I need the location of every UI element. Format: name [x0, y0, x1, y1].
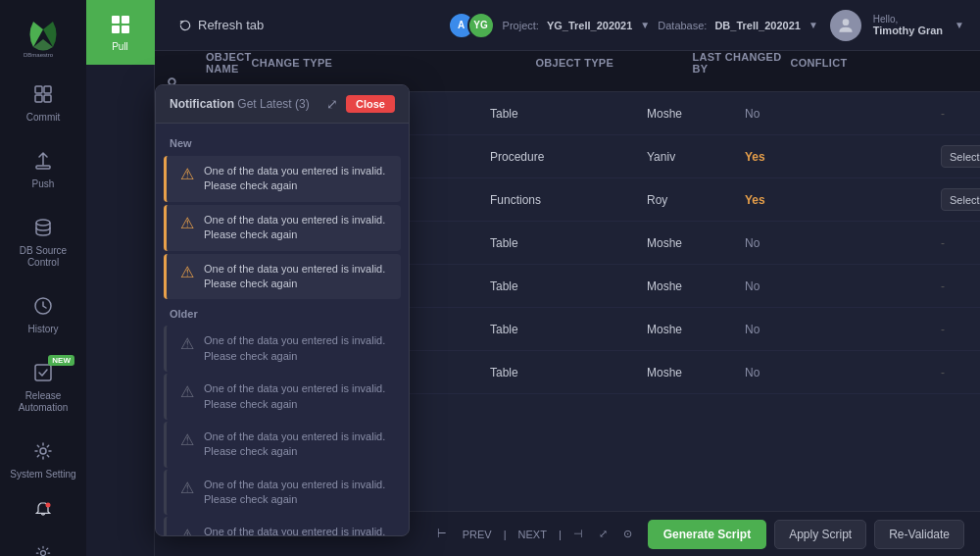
- settings-button[interactable]: [25, 535, 61, 556]
- expand-modal-icon[interactable]: ⤢: [326, 96, 338, 112]
- system-icon: [29, 437, 57, 465]
- row-last-changed: Moshe: [647, 323, 745, 336]
- push-icon: [29, 147, 57, 175]
- warning-icon-old-2: ⚠: [180, 382, 194, 401]
- svg-rect-15: [112, 25, 120, 33]
- svg-rect-3: [44, 86, 51, 93]
- generate-script-button[interactable]: Generate Script: [648, 520, 766, 549]
- row-object-type: Functions: [490, 193, 647, 207]
- row-last-changed: Roy: [647, 193, 745, 207]
- warning-icon-1: ⚠: [180, 165, 194, 183]
- notification-text-old-1: One of the data you entered is invalid. …: [204, 333, 387, 364]
- sidebar-item-system-setting[interactable]: System Setting: [4, 428, 82, 490]
- row-resolution: -: [941, 279, 970, 293]
- modal-close-button[interactable]: Close: [346, 95, 395, 113]
- commit-icon: [29, 80, 57, 108]
- row-object-type: Table: [490, 366, 647, 379]
- row-last-changed: Moshe: [647, 236, 745, 250]
- row-resolution[interactable]: Select ▾: [941, 188, 970, 211]
- notification-button[interactable]: [25, 492, 61, 528]
- header: Refresh tab A YG Project: YG_Trell_20202…: [155, 0, 980, 51]
- apply-script-button[interactable]: Apply Script: [774, 520, 866, 549]
- project-label: Project:: [503, 20, 539, 31]
- row-object-type: Table: [490, 107, 647, 121]
- notification-item-old-4: ⚠ One of the data you entered is invalid…: [164, 470, 401, 516]
- settings-circle-button[interactable]: ⊙: [619, 526, 636, 542]
- svg-rect-4: [35, 95, 42, 102]
- sidebar-release-label: Release Automation: [9, 390, 77, 414]
- th-change-type: Change type: [251, 57, 398, 69]
- user-name: Timothy Gran: [873, 25, 943, 36]
- warning-icon-old-5: ⚠: [180, 526, 194, 535]
- user-avatar: [830, 10, 861, 41]
- row-object-type: Procedure: [490, 150, 647, 164]
- notification-text-old-2: One of the data you entered is invalid. …: [204, 381, 387, 412]
- app-logo: DBmaestro DevOps for Database: [14, 10, 73, 59]
- nav-panel-pull[interactable]: Pull: [86, 0, 155, 65]
- revalidate-button[interactable]: Re-Validate: [874, 520, 964, 549]
- svg-rect-5: [44, 95, 51, 102]
- notification-text-1: One of the data you entered is invalid. …: [204, 164, 387, 194]
- select-label: Select: [950, 151, 980, 163]
- th-conflict: Conflict: [790, 57, 980, 69]
- row-conflict: No: [745, 107, 941, 121]
- modal-subtitle: Get Latest (3): [237, 97, 309, 111]
- first-page-button[interactable]: ⊢: [433, 526, 451, 542]
- svg-rect-14: [122, 16, 129, 24]
- sidebar: DBmaestro DevOps for Database Commit: [0, 0, 86, 556]
- refresh-label: Refresh tab: [198, 18, 264, 32]
- next-page-button[interactable]: NEXT: [514, 527, 551, 542]
- row-resolution[interactable]: Select ▾: [941, 145, 970, 168]
- svg-rect-9: [35, 365, 51, 380]
- database-label: Database:: [658, 20, 707, 31]
- last-page-button[interactable]: ⊣: [569, 526, 587, 542]
- select-dropdown[interactable]: Select ▾: [941, 188, 980, 211]
- avatar-yg: YG: [467, 12, 495, 39]
- pagination-separator: |: [504, 529, 507, 540]
- project-dropdown-arrow[interactable]: ▼: [640, 20, 650, 30]
- sidebar-item-commit[interactable]: Commit: [4, 71, 82, 133]
- notification-text-old-4: One of the data you entered is invalid. …: [204, 478, 387, 508]
- row-conflict: No: [745, 366, 941, 379]
- nav-panel: Pull: [86, 0, 155, 556]
- prev-page-button[interactable]: PREV: [459, 527, 496, 542]
- row-conflict: Yes: [745, 193, 941, 207]
- refresh-button[interactable]: Refresh tab: [171, 14, 271, 36]
- row-resolution: -: [941, 366, 970, 379]
- notification-item-old-2: ⚠ One of the data you entered is invalid…: [164, 374, 401, 420]
- row-last-changed: Moshe: [647, 366, 745, 379]
- sidebar-item-push[interactable]: Push: [4, 137, 82, 200]
- sidebar-item-history[interactable]: History: [4, 282, 82, 345]
- svg-point-12: [41, 551, 46, 556]
- pull-label: Pull: [112, 41, 128, 53]
- warning-icon-3: ⚠: [180, 263, 194, 281]
- db-source-icon: [29, 214, 57, 241]
- svg-rect-13: [112, 16, 120, 24]
- warning-icon-old-1: ⚠: [180, 334, 194, 353]
- notification-text-2: One of the data you entered is invalid. …: [204, 213, 387, 243]
- user-dropdown-arrow[interactable]: ▼: [955, 20, 964, 30]
- notification-text-old-5: One of the data you entered is invalid. …: [204, 525, 387, 535]
- row-resolution: -: [941, 107, 970, 121]
- sidebar-db-label: DB Source Control: [9, 245, 77, 269]
- row-last-changed: Moshe: [647, 107, 745, 121]
- db-dropdown-arrow[interactable]: ▼: [808, 20, 818, 30]
- pagination-separator2: |: [559, 529, 562, 540]
- sidebar-system-label: System Setting: [10, 469, 75, 480]
- select-label: Select: [950, 194, 980, 206]
- user-greeting: Hello,: [873, 14, 943, 25]
- warning-icon-old-4: ⚠: [180, 479, 194, 497]
- sidebar-item-release-automation[interactable]: NEW Release Automation: [4, 349, 82, 424]
- row-conflict: No: [745, 236, 941, 250]
- row-object-type: Table: [490, 323, 647, 336]
- svg-rect-16: [122, 25, 129, 33]
- svg-rect-6: [36, 166, 50, 169]
- notification-item-old-1: ⚠ One of the data you entered is invalid…: [164, 326, 401, 372]
- modal-controls: ⤢ Close: [326, 95, 395, 113]
- notification-item-old-5: ⚠ One of the data you entered is invalid…: [164, 517, 401, 535]
- row-object-type: Table: [490, 279, 647, 293]
- select-dropdown[interactable]: Select ▾: [941, 145, 980, 168]
- expand-button[interactable]: ⤢: [595, 526, 612, 542]
- avatars: A YG: [448, 12, 495, 39]
- sidebar-item-db-source-control[interactable]: DB Source Control: [4, 204, 82, 278]
